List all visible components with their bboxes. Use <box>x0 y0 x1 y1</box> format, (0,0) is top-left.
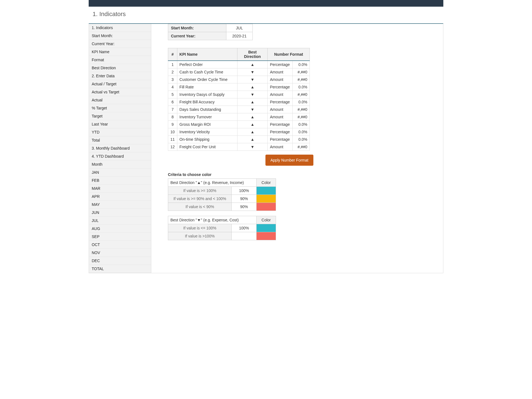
cell-kpi-name[interactable]: Freight Bill Accuracy <box>177 98 237 106</box>
cell-format-pattern[interactable]: #,##0 <box>293 68 310 76</box>
sidebar-item[interactable]: 1. Indicators <box>89 24 151 32</box>
cell-kpi-name[interactable]: Perfect Order <box>177 61 237 68</box>
cell-direction[interactable]: ▲ <box>237 83 267 91</box>
cell-format-pattern[interactable]: 0.0% <box>293 83 310 91</box>
cell-format-type[interactable]: Percentage <box>268 136 293 143</box>
cell-format-type[interactable]: Amount <box>268 143 293 151</box>
cell-kpi-name[interactable]: Inventory Turnover <box>177 113 237 121</box>
sidebar-item[interactable]: Current Year: <box>89 40 151 48</box>
color-swatch <box>257 187 276 195</box>
sidebar-item[interactable]: 2. Enter Data <box>89 72 151 80</box>
sidebar-item[interactable]: Start Month: <box>89 32 151 40</box>
cell-format-pattern[interactable]: 0.0% <box>293 61 310 68</box>
sidebar-item[interactable]: Format <box>89 56 151 64</box>
sidebar-item[interactable]: 3. Monthly Dashboard <box>89 144 151 152</box>
cell-format-pattern[interactable]: 0.0% <box>293 136 310 143</box>
criteria-value[interactable]: 90% <box>232 203 257 211</box>
sidebar-item[interactable]: 4. YTD Dashboard <box>89 152 151 160</box>
sidebar-item[interactable]: TOTAL <box>89 265 151 273</box>
cell-format-pattern[interactable]: #,##0 <box>293 91 310 98</box>
cell-num: 1 <box>168 61 177 68</box>
sidebar-item[interactable]: MAY <box>89 201 151 209</box>
criteria-value[interactable]: 100% <box>232 187 257 195</box>
sidebar-item[interactable]: JAN <box>89 168 151 177</box>
color-swatch <box>257 203 276 211</box>
criteria-value[interactable]: 90% <box>232 195 257 203</box>
cell-direction[interactable]: ▲ <box>237 136 267 143</box>
current-year-value[interactable]: 2020-21 <box>226 32 253 40</box>
cell-format-type[interactable]: Amount <box>268 91 293 98</box>
sidebar-item[interactable]: NOV <box>89 249 151 257</box>
page: 1. Indicators 1. IndicatorsStart Month:C… <box>89 0 443 284</box>
criteria-title: Criteria to choose color <box>168 172 432 177</box>
cell-format-pattern[interactable]: 0.0% <box>293 121 310 128</box>
cell-direction[interactable]: ▼ <box>237 106 267 113</box>
cell-kpi-name[interactable]: Inventory Dasys of Supply <box>177 91 237 98</box>
sidebar-item[interactable]: Target <box>89 112 151 120</box>
cell-kpi-name[interactable]: Fill Rate <box>177 83 237 91</box>
cell-format-pattern[interactable]: 0.0% <box>293 98 310 106</box>
sidebar-item[interactable]: Actual / Target <box>89 80 151 88</box>
cell-kpi-name[interactable]: Cash to Cash Cycle Time <box>177 68 237 76</box>
cell-direction[interactable]: ▲ <box>237 113 267 121</box>
sidebar-item[interactable]: Best Direction <box>89 64 151 72</box>
cell-format-type[interactable]: Percentage <box>268 98 293 106</box>
criteria-down-header: Best Direction "▼" (e.g. Expense, Cost) <box>168 216 257 224</box>
cell-direction[interactable]: ▲ <box>237 61 267 68</box>
cell-num: 11 <box>168 136 177 143</box>
top-bar <box>89 0 443 7</box>
cell-format-pattern[interactable]: #,##0 <box>293 113 310 121</box>
cell-kpi-name[interactable]: Freight Cost Per Unit <box>177 143 237 151</box>
cell-direction[interactable]: ▼ <box>237 76 267 83</box>
sidebar-item[interactable]: YTD <box>89 128 151 136</box>
criteria-value[interactable] <box>232 232 257 240</box>
cell-direction[interactable]: ▼ <box>237 143 267 151</box>
criteria-value[interactable]: 100% <box>232 224 257 232</box>
cell-format-type[interactable]: Percentage <box>268 121 293 128</box>
cell-kpi-name[interactable]: On-time Shipping <box>177 136 237 143</box>
cell-format-type[interactable]: Amount <box>268 106 293 113</box>
cell-format-type[interactable]: Amount <box>268 113 293 121</box>
sidebar-item[interactable]: MAR <box>89 185 151 193</box>
cell-num: 3 <box>168 76 177 83</box>
cell-format-type[interactable]: Amount <box>268 76 293 83</box>
color-swatch <box>257 232 276 240</box>
cell-kpi-name[interactable]: Days Sales Outstanding <box>177 106 237 113</box>
cell-direction[interactable]: ▲ <box>237 98 267 106</box>
sidebar-item[interactable]: APR <box>89 193 151 201</box>
sidebar-item[interactable]: AUG <box>89 225 151 233</box>
cell-format-pattern[interactable]: 0.0% <box>293 128 310 136</box>
cell-num: 7 <box>168 106 177 113</box>
cell-format-type[interactable]: Percentage <box>268 61 293 68</box>
sidebar-item[interactable]: FEB <box>89 177 151 185</box>
cell-direction[interactable]: ▼ <box>237 68 267 76</box>
sidebar-item[interactable]: Total <box>89 136 151 144</box>
cell-kpi-name[interactable]: Gross Margin ROI <box>177 121 237 128</box>
sidebar-item[interactable]: OCT <box>89 241 151 249</box>
sidebar-item[interactable]: KPI Name <box>89 48 151 56</box>
sidebar-item[interactable]: % Target <box>89 104 151 112</box>
sidebar-item[interactable]: Actual <box>89 96 151 104</box>
sidebar-item[interactable]: Last Year <box>89 120 151 128</box>
apply-number-format-button[interactable]: Apply Number Format <box>265 155 313 166</box>
cell-format-type[interactable]: Percentage <box>268 128 293 136</box>
criteria-down-table: Best Direction "▼" (e.g. Expense, Cost) … <box>168 216 276 240</box>
sidebar-item[interactable]: JUN <box>89 209 151 217</box>
cell-kpi-name[interactable]: Customer Order Cycle Time <box>177 76 237 83</box>
cell-format-pattern[interactable]: #,##0 <box>293 106 310 113</box>
table-row: 1Perfect Order▲Percentage0.0% <box>168 61 310 68</box>
cell-direction[interactable]: ▼ <box>237 91 267 98</box>
cell-format-pattern[interactable]: #,##0 <box>293 76 310 83</box>
cell-format-pattern[interactable]: #,##0 <box>293 143 310 151</box>
cell-direction[interactable]: ▲ <box>237 121 267 128</box>
cell-kpi-name[interactable]: Inventory Velocity <box>177 128 237 136</box>
cell-format-type[interactable]: Amount <box>268 68 293 76</box>
cell-direction[interactable]: ▲ <box>237 128 267 136</box>
cell-format-type[interactable]: Percentage <box>268 83 293 91</box>
sidebar-item[interactable]: SEP <box>89 233 151 241</box>
sidebar-item[interactable]: DEC <box>89 257 151 265</box>
sidebar-item[interactable]: Actual vs Target <box>89 88 151 96</box>
start-month-value[interactable]: JUL <box>226 24 253 32</box>
sidebar-item[interactable]: Month <box>89 160 151 168</box>
sidebar-item[interactable]: JUL <box>89 217 151 225</box>
